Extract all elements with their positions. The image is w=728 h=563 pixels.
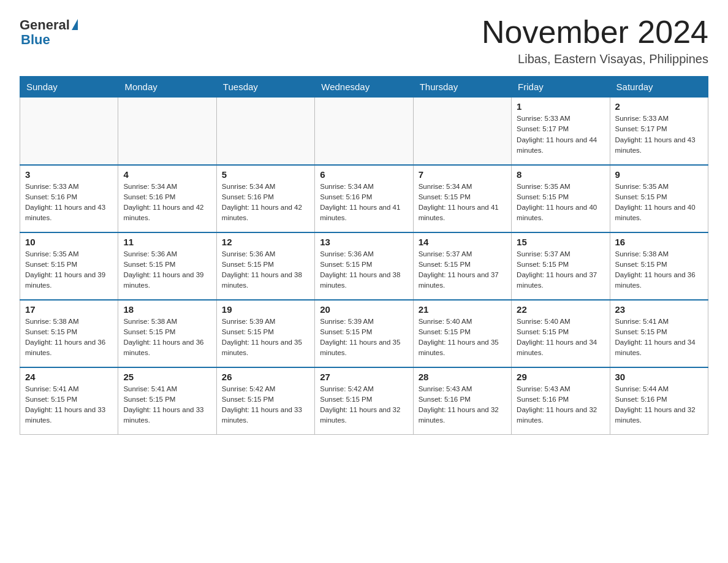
calendar-week-row: 10Sunrise: 5:35 AMSunset: 5:15 PMDayligh…: [20, 232, 708, 300]
day-number: 20: [320, 304, 408, 315]
day-info: Sunrise: 5:37 AMSunset: 5:15 PMDaylight:…: [517, 249, 604, 291]
day-info: Sunrise: 5:34 AMSunset: 5:16 PMDaylight:…: [123, 182, 211, 224]
calendar-cell: 30Sunrise: 5:44 AMSunset: 5:16 PMDayligh…: [610, 367, 708, 435]
day-info: Sunrise: 5:33 AMSunset: 5:17 PMDaylight:…: [615, 113, 703, 156]
logo-blue-text: Blue: [21, 32, 50, 48]
calendar-cell: 21Sunrise: 5:40 AMSunset: 5:15 PMDayligh…: [413, 300, 511, 367]
calendar-cell: 13Sunrise: 5:36 AMSunset: 5:15 PMDayligh…: [315, 232, 413, 300]
calendar-cell: 1Sunrise: 5:33 AMSunset: 5:17 PMDaylight…: [512, 98, 610, 165]
calendar-week-row: 1Sunrise: 5:33 AMSunset: 5:17 PMDaylight…: [20, 98, 708, 165]
day-number: 6: [320, 169, 408, 180]
logo-general-text: General: [20, 17, 70, 33]
day-info: Sunrise: 5:42 AMSunset: 5:15 PMDaylight:…: [320, 384, 408, 426]
day-number: 27: [320, 372, 408, 382]
day-info: Sunrise: 5:34 AMSunset: 5:16 PMDaylight:…: [222, 182, 309, 224]
calendar-week-row: 17Sunrise: 5:38 AMSunset: 5:15 PMDayligh…: [20, 300, 708, 367]
day-info: Sunrise: 5:36 AMSunset: 5:15 PMDaylight:…: [222, 249, 309, 291]
calendar-cell: [20, 98, 118, 165]
calendar-cell: 23Sunrise: 5:41 AMSunset: 5:15 PMDayligh…: [610, 300, 708, 367]
calendar-cell: 11Sunrise: 5:36 AMSunset: 5:15 PMDayligh…: [118, 232, 216, 300]
day-info: Sunrise: 5:34 AMSunset: 5:15 PMDaylight:…: [419, 182, 506, 224]
day-info: Sunrise: 5:36 AMSunset: 5:15 PMDaylight:…: [320, 249, 408, 291]
calendar-cell: 12Sunrise: 5:36 AMSunset: 5:15 PMDayligh…: [216, 232, 314, 300]
weekday-header-wednesday: Wednesday: [315, 77, 413, 98]
calendar-cell: 24Sunrise: 5:41 AMSunset: 5:15 PMDayligh…: [20, 367, 118, 435]
day-info: Sunrise: 5:41 AMSunset: 5:15 PMDaylight:…: [25, 384, 113, 426]
day-number: 21: [419, 304, 506, 315]
calendar-cell: 29Sunrise: 5:43 AMSunset: 5:16 PMDayligh…: [512, 367, 610, 435]
calendar-cell: 7Sunrise: 5:34 AMSunset: 5:15 PMDaylight…: [413, 165, 511, 232]
day-number: 24: [25, 372, 113, 382]
day-info: Sunrise: 5:40 AMSunset: 5:15 PMDaylight:…: [419, 316, 506, 359]
day-info: Sunrise: 5:40 AMSunset: 5:15 PMDaylight:…: [517, 316, 604, 359]
calendar-cell: [118, 98, 216, 165]
day-number: 23: [615, 304, 703, 315]
calendar-cell: 16Sunrise: 5:38 AMSunset: 5:15 PMDayligh…: [610, 232, 708, 300]
day-number: 22: [517, 304, 604, 315]
day-info: Sunrise: 5:43 AMSunset: 5:16 PMDaylight:…: [419, 384, 506, 426]
calendar-cell: 19Sunrise: 5:39 AMSunset: 5:15 PMDayligh…: [216, 300, 314, 367]
day-info: Sunrise: 5:36 AMSunset: 5:15 PMDaylight:…: [123, 249, 211, 291]
day-info: Sunrise: 5:39 AMSunset: 5:15 PMDaylight:…: [320, 316, 408, 359]
day-number: 2: [615, 101, 703, 112]
day-number: 4: [123, 169, 211, 180]
logo-triangle-icon: [72, 19, 78, 30]
day-number: 16: [615, 237, 703, 247]
weekday-header-monday: Monday: [118, 77, 216, 98]
day-number: 19: [222, 304, 309, 315]
calendar-cell: 14Sunrise: 5:37 AMSunset: 5:15 PMDayligh…: [413, 232, 511, 300]
day-number: 12: [222, 237, 309, 247]
day-number: 26: [222, 372, 309, 382]
calendar-week-row: 3Sunrise: 5:33 AMSunset: 5:16 PMDaylight…: [20, 165, 708, 232]
calendar-table: SundayMondayTuesdayWednesdayThursdayFrid…: [20, 76, 708, 435]
calendar-cell: 4Sunrise: 5:34 AMSunset: 5:16 PMDaylight…: [118, 165, 216, 232]
day-info: Sunrise: 5:34 AMSunset: 5:16 PMDaylight:…: [320, 182, 408, 224]
day-number: 17: [25, 304, 113, 315]
day-info: Sunrise: 5:33 AMSunset: 5:17 PMDaylight:…: [517, 113, 604, 156]
calendar-cell: [216, 98, 314, 165]
calendar-cell: [315, 98, 413, 165]
day-number: 10: [25, 237, 113, 247]
calendar-cell: 15Sunrise: 5:37 AMSunset: 5:15 PMDayligh…: [512, 232, 610, 300]
day-info: Sunrise: 5:43 AMSunset: 5:16 PMDaylight:…: [517, 384, 604, 426]
calendar-cell: 26Sunrise: 5:42 AMSunset: 5:15 PMDayligh…: [216, 367, 314, 435]
location-subtitle: Libas, Eastern Visayas, Philippines: [482, 52, 708, 66]
day-number: 3: [25, 169, 113, 180]
day-info: Sunrise: 5:35 AMSunset: 5:15 PMDaylight:…: [615, 182, 703, 224]
day-info: Sunrise: 5:35 AMSunset: 5:15 PMDaylight:…: [517, 182, 604, 224]
day-info: Sunrise: 5:44 AMSunset: 5:16 PMDaylight:…: [615, 384, 703, 426]
calendar-cell: 18Sunrise: 5:38 AMSunset: 5:15 PMDayligh…: [118, 300, 216, 367]
calendar-cell: 22Sunrise: 5:40 AMSunset: 5:15 PMDayligh…: [512, 300, 610, 367]
day-number: 28: [419, 372, 506, 382]
calendar-cell: 27Sunrise: 5:42 AMSunset: 5:15 PMDayligh…: [315, 367, 413, 435]
day-info: Sunrise: 5:38 AMSunset: 5:15 PMDaylight:…: [123, 316, 211, 359]
day-info: Sunrise: 5:35 AMSunset: 5:15 PMDaylight:…: [25, 249, 113, 291]
day-number: 14: [419, 237, 506, 247]
calendar-cell: 28Sunrise: 5:43 AMSunset: 5:16 PMDayligh…: [413, 367, 511, 435]
calendar-cell: 17Sunrise: 5:38 AMSunset: 5:15 PMDayligh…: [20, 300, 118, 367]
calendar-cell: 25Sunrise: 5:41 AMSunset: 5:15 PMDayligh…: [118, 367, 216, 435]
day-info: Sunrise: 5:37 AMSunset: 5:15 PMDaylight:…: [419, 249, 506, 291]
calendar-week-row: 24Sunrise: 5:41 AMSunset: 5:15 PMDayligh…: [20, 367, 708, 435]
day-number: 30: [615, 372, 703, 382]
weekday-header-sunday: Sunday: [20, 77, 118, 98]
weekday-header-friday: Friday: [512, 77, 610, 98]
calendar-cell: 3Sunrise: 5:33 AMSunset: 5:16 PMDaylight…: [20, 165, 118, 232]
day-number: 7: [419, 169, 506, 180]
day-number: 25: [123, 372, 211, 382]
day-number: 9: [615, 169, 703, 180]
day-number: 29: [517, 372, 604, 382]
day-number: 1: [517, 101, 604, 112]
weekday-header-tuesday: Tuesday: [216, 77, 314, 98]
day-info: Sunrise: 5:38 AMSunset: 5:15 PMDaylight:…: [615, 249, 703, 291]
month-title: November 2024: [482, 15, 708, 50]
calendar-cell: 8Sunrise: 5:35 AMSunset: 5:15 PMDaylight…: [512, 165, 610, 232]
day-info: Sunrise: 5:38 AMSunset: 5:15 PMDaylight:…: [25, 316, 113, 359]
day-info: Sunrise: 5:41 AMSunset: 5:15 PMDaylight:…: [615, 316, 703, 359]
day-info: Sunrise: 5:39 AMSunset: 5:15 PMDaylight:…: [222, 316, 309, 359]
logo: General Blue: [20, 15, 78, 48]
day-number: 11: [123, 237, 211, 247]
calendar-cell: [413, 98, 511, 165]
calendar-header-row: SundayMondayTuesdayWednesdayThursdayFrid…: [20, 77, 708, 98]
calendar-cell: 9Sunrise: 5:35 AMSunset: 5:15 PMDaylight…: [610, 165, 708, 232]
